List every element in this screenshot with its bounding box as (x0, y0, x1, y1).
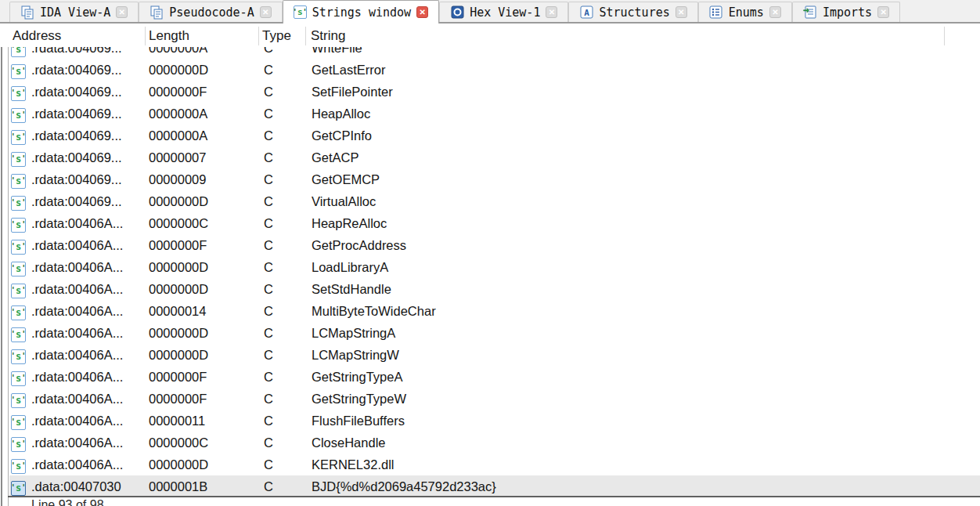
cell-type: C (264, 125, 273, 146)
cell-string: FlushFileBuffers (312, 410, 405, 432)
cell-type: C (264, 190, 273, 212)
tab-enums[interactable]: Enums✕ (698, 2, 792, 22)
cell-address: .rdata:00406A... (31, 344, 123, 366)
tab-strings-window[interactable]: 's'Strings window✕ (283, 0, 439, 23)
cell-address: .rdata:00406A... (31, 256, 123, 278)
cell-string: VirtualAlloc (312, 190, 376, 212)
close-icon[interactable]: ✕ (769, 6, 781, 18)
cell-string: LoadLibraryA (312, 256, 388, 278)
tab-hex-view-1[interactable]: Hex View-1✕ (439, 2, 568, 22)
column-header-string[interactable]: String (311, 24, 345, 47)
strings-list[interactable]: 's'.rdata:004069...0000000ACWriteFile's'… (9, 47, 980, 497)
cell-address: .rdata:004069... (31, 190, 122, 212)
row-icon-cell: 's' (11, 62, 26, 79)
table-row[interactable]: 's'.rdata:00406A...0000000DCLoadLibraryA (9, 256, 980, 278)
cell-type: C (264, 454, 273, 475)
cell-length: 0000000A (149, 103, 207, 125)
cell-string: SetFilePointer (312, 81, 393, 103)
string-icon: 's' (11, 327, 26, 342)
cell-address: .rdata:00406A... (31, 278, 123, 300)
cell-address: .rdata:00406A... (31, 322, 123, 344)
cell-length: 00000011 (149, 410, 205, 432)
tab-ida-view-a[interactable]: IDA View-A✕ (9, 2, 139, 22)
table-row[interactable]: 's'.rdata:00406A...0000000FCGetProcAddre… (9, 234, 980, 256)
cell-string: KERNEL32.dll (312, 454, 394, 475)
tab-label: IDA View-A (40, 5, 110, 20)
table-row[interactable]: 's'.rdata:004069...00000009CGetOEMCP (9, 168, 980, 190)
table-row[interactable]: 's'.rdata:00406A...0000000DCLCMapStringW (9, 344, 980, 366)
cell-address: .rdata:004069... (31, 168, 122, 190)
table-row[interactable]: 's'.rdata:00406A...0000000CCCloseHandle (9, 432, 980, 454)
cell-address: .rdata:004069... (31, 81, 122, 103)
svg-text:A: A (584, 8, 589, 18)
cell-type: C (264, 388, 273, 410)
table-row[interactable]: 's'.rdata:00406A...0000000CCHeapReAlloc (9, 212, 980, 234)
cell-length: 0000000D (149, 454, 208, 475)
cell-address: .rdata:004069... (31, 59, 122, 81)
table-row[interactable]: 's'.rdata:004069...0000000DCGetLastError (9, 59, 980, 81)
string-icon: 's' (11, 371, 26, 386)
table-row[interactable]: 's'.rdata:00406A...0000000FCGetStringTyp… (9, 366, 980, 388)
cell-string: LCMapStringA (312, 322, 395, 344)
table-row[interactable]: 's'.rdata:00406A...00000014CMultiByteToW… (9, 300, 980, 322)
table-row[interactable]: 's'.rdata:00406A...0000000DCLCMapStringA (9, 322, 980, 344)
hex-view-icon (450, 5, 464, 20)
close-icon[interactable]: ✕ (676, 6, 687, 18)
table-row[interactable]: 's'.rdata:004069...0000000DCVirtualAlloc (9, 190, 980, 212)
string-icon: 's' (11, 152, 26, 167)
close-icon[interactable]: ✕ (546, 6, 557, 18)
cell-string: GetStringTypeW (312, 388, 406, 410)
tab-pseudocode-a[interactable]: Pseudocode-A✕ (139, 2, 282, 22)
close-icon[interactable]: ✕ (877, 6, 889, 18)
string-icon: 's' (11, 459, 26, 474)
string-icon: 's' (11, 174, 26, 189)
tab-imports[interactable]: Imports✕ (792, 2, 900, 22)
tab-label: Strings window (312, 5, 411, 20)
cell-address: .rdata:00406A... (31, 212, 123, 234)
column-header-length[interactable]: Length (149, 24, 189, 47)
string-icon: 's' (11, 64, 26, 79)
pseudocode-icon (150, 5, 164, 20)
ida-view-icon (20, 5, 34, 20)
column-divider (258, 27, 259, 45)
cell-string: GetACP (312, 146, 359, 168)
window-edge-line (1, 24, 2, 506)
table-row[interactable]: 's'.rdata:00406A...0000000DCSetStdHandle (9, 278, 980, 300)
row-icon-cell: 's' (11, 347, 26, 364)
cell-string: GetProcAddress (312, 234, 406, 256)
cell-length: 0000000D (149, 344, 208, 366)
string-icon: 's' (11, 86, 26, 101)
row-icon-cell: 's' (11, 172, 26, 189)
table-row[interactable]: 's'.rdata:004069...0000000ACWriteFile (9, 47, 980, 59)
table-row[interactable]: 's'.rdata:00406A...0000000FCGetStringTyp… (9, 388, 980, 410)
panel-bottom-border (8, 496, 980, 497)
tab-structures[interactable]: AStructures✕ (568, 2, 697, 22)
row-icon-cell: 's' (11, 281, 26, 298)
cell-type: C (264, 81, 273, 103)
table-row[interactable]: 's'.rdata:004069...00000007CGetACP (9, 146, 980, 168)
cell-type: C (264, 146, 273, 168)
table-row[interactable]: 's'.rdata:004069...0000000ACGetCPInfo (9, 125, 980, 146)
column-header-type[interactable]: Type (262, 24, 291, 47)
cell-length: 0000000D (149, 278, 208, 300)
cell-string: MultiByteToWideChar (312, 300, 436, 322)
cell-type: C (264, 256, 273, 278)
row-icon-cell: 's' (11, 325, 26, 342)
string-icon: 's' (11, 196, 26, 211)
cell-length: 0000001B (149, 475, 207, 497)
table-row[interactable]: 's'.data:004070300000001BCBJD{%d%d2069a4… (9, 475, 980, 497)
cell-address: .rdata:004069... (31, 125, 122, 146)
table-row[interactable]: 's'.rdata:004069...0000000ACHeapAlloc (9, 103, 980, 125)
column-header-address[interactable]: Address (13, 24, 61, 47)
row-icon-cell: 's' (11, 150, 26, 167)
close-icon[interactable]: ✕ (416, 6, 428, 18)
cell-length: 0000000C (149, 432, 208, 454)
cell-address: .data:00407030 (31, 475, 121, 497)
table-row[interactable]: 's'.rdata:00406A...0000000DCKERNEL32.dll (9, 454, 980, 475)
cell-length: 0000000D (149, 256, 208, 278)
close-icon[interactable]: ✕ (116, 6, 128, 18)
cell-type: C (264, 322, 273, 344)
table-row[interactable]: 's'.rdata:00406A...00000011CFlushFileBuf… (9, 410, 980, 432)
close-icon[interactable]: ✕ (260, 6, 272, 18)
table-row[interactable]: 's'.rdata:004069...0000000FCSetFilePoint… (9, 81, 980, 103)
